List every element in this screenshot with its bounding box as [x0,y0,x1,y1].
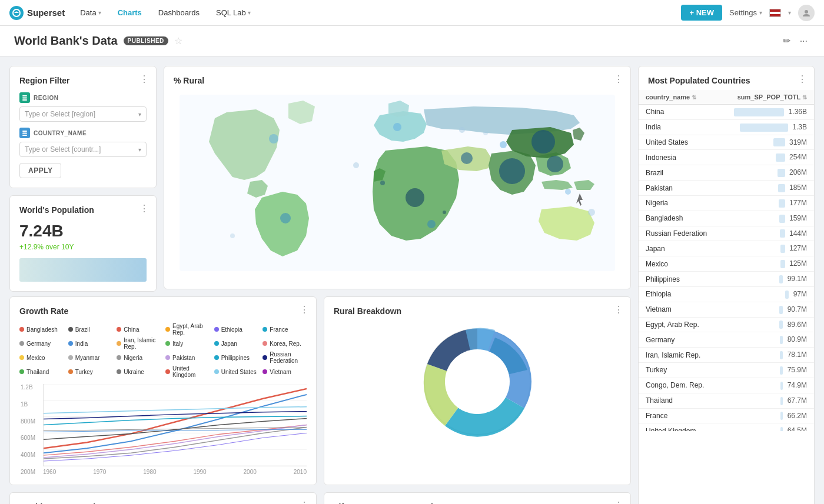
population-table-scroll[interactable]: country_name ⇅ sum_SP_POP_TOTL ⇅ China 1… [639,90,814,431]
published-badge: PUBLISHED [124,36,168,45]
world-pop-title: World's Population [19,205,147,215]
x-axis-label: 1980 [143,469,156,475]
svg-point-14 [269,134,278,143]
table-row: Mexico 125M [639,256,814,272]
svg-point-15 [393,123,401,131]
rural-menu-icon[interactable]: ⋮ [614,304,623,315]
country-cell: Ethiopia [639,286,720,302]
apply-button[interactable]: APPLY [19,163,61,178]
x-axis-label: 1960 [43,469,56,475]
population-cell: 80.9M [720,332,814,348]
svg-point-21 [588,209,595,216]
world-pop-growth-card: World's Pop Growth ⋮ East Asia & Pacific… [9,492,317,504]
population-cell: 97M [720,286,814,302]
legend-item: United Kingdom [165,365,210,378]
legend-item: Pakistan [165,351,210,364]
country-select-chevron-icon: ▾ [138,146,141,153]
svg-point-22 [230,233,235,238]
logo-text: Superset [27,8,65,18]
navbar: Superset Data ▾ Charts Dashboards SQL La… [0,0,824,26]
world-pop-menu-icon[interactable]: ⋮ [139,203,149,214]
new-button[interactable]: + NEW [681,5,722,21]
page-title: World Bank's Data [14,34,118,48]
population-cell: 1.36B [720,105,814,120]
line-chart-area [43,384,307,466]
table-row: Vietnam 90.7M [639,302,814,317]
country-cell: China [639,105,720,120]
bottom-row-1: Growth Rate ⋮ BangladeshBrazilChinaEgypt… [9,296,631,485]
country-cell: Philippines [639,272,720,287]
country-cell: Bangladesh [639,211,720,226]
col-country[interactable]: country_name ⇅ [639,90,720,105]
country-label-row: COUNTRY_NAME [19,128,147,138]
nav-data[interactable]: Data ▾ [79,6,102,19]
svg-rect-6 [22,133,27,134]
table-row: France 66.2M [639,408,814,423]
table-row: Congo, Dem. Rep. 74.9M [639,378,814,393]
legend-item: Bangladesh [19,323,64,336]
region-select[interactable]: Type or Select [region] ▾ [19,106,147,122]
table-row: Iran, Islamic Rep. 78.1M [639,348,814,363]
y-axis-label: 600M [21,435,35,441]
table-row: United Kingdom 64.5M [639,423,814,431]
nav-sqllab[interactable]: SQL Lab ▾ [215,6,252,19]
main-content: Region Filter ⋮ REGION Type or Select [r… [0,56,824,504]
population-change: +12.9% over 10Y [19,243,147,251]
country-cell: Nigeria [639,195,720,211]
settings-menu[interactable]: Settings ▾ [729,8,762,17]
user-avatar[interactable] [798,5,815,21]
population-cell: 74.9M [720,378,814,393]
world-pop-growth-menu-icon[interactable]: ⋮ [300,500,309,504]
map-menu-icon[interactable]: ⋮ [614,74,623,85]
filter-title: Region Filter [19,76,147,85]
country-cell: Indonesia [639,150,720,165]
col-population[interactable]: sum_SP_POP_TOTL ⇅ [720,90,814,105]
donut-chart-area [334,323,621,440]
growth-menu-icon[interactable]: ⋮ [300,304,309,315]
population-cell: 177M [720,195,814,211]
growth-legend: BangladeshBrazilChinaEgypt, Arab Rep.Eth… [19,323,307,378]
donut-chart-svg [413,317,542,446]
population-cell: 206M [720,165,814,181]
app-logo[interactable]: Superset [9,6,65,20]
table-row: Germany 80.9M [639,332,814,348]
country-cell: France [639,408,720,423]
country-select[interactable]: Type or Select [countr...] ▾ [19,142,147,157]
growth-chart-container: 1.2B1B800M600M400M200M [43,384,307,475]
population-cell: 159M [720,211,814,226]
x-axis-label: 1990 [193,469,206,475]
world-map-svg [174,95,621,271]
more-options-button[interactable]: ··· [798,34,810,49]
svg-rect-3 [22,98,27,99]
legend-item: Nigeria [117,351,161,364]
language-flag-icon[interactable] [769,9,781,17]
table-row: Philippines 99.1M [639,272,814,287]
legend-item: Ethiopia [214,323,258,336]
table-menu-icon[interactable]: ⋮ [798,74,807,85]
population-cell: 185M [720,181,814,196]
country-cell: Pakistan [639,181,720,196]
country-cell: Japan [639,241,720,256]
life-exp-menu-icon[interactable]: ⋮ [614,500,623,504]
svg-point-26 [443,211,446,214]
nav-charts[interactable]: Charts [117,6,143,19]
edit-button[interactable]: ✏ [780,33,793,49]
legend-item: Korea, Rep. [263,337,307,350]
population-cell: 89.6M [720,317,814,332]
table-row: China 1.36B [639,105,814,120]
sort-country-icon: ⇅ [692,94,696,101]
legend-item: Italy [165,337,210,350]
x-axis-labels: 196019701980199020002010 [43,466,307,475]
data-chevron-icon: ▾ [98,9,101,16]
x-axis-label: 1970 [93,469,106,475]
life-expectancy-card: Life Expectancy VS Rural % ⋮ East Asia &… [324,492,631,504]
nav-dashboards[interactable]: Dashboards [157,6,201,19]
population-cell: 144M [720,226,814,241]
country-filter-icon [19,128,30,138]
country-cell: Vietnam [639,302,720,317]
filter-menu-icon[interactable]: ⋮ [139,74,149,85]
y-axis-label: 1B [21,401,35,408]
table-row: Thailand 67.7M [639,393,814,408]
favorite-star-icon[interactable]: ☆ [174,35,182,46]
population-cell: 78.1M [720,348,814,363]
